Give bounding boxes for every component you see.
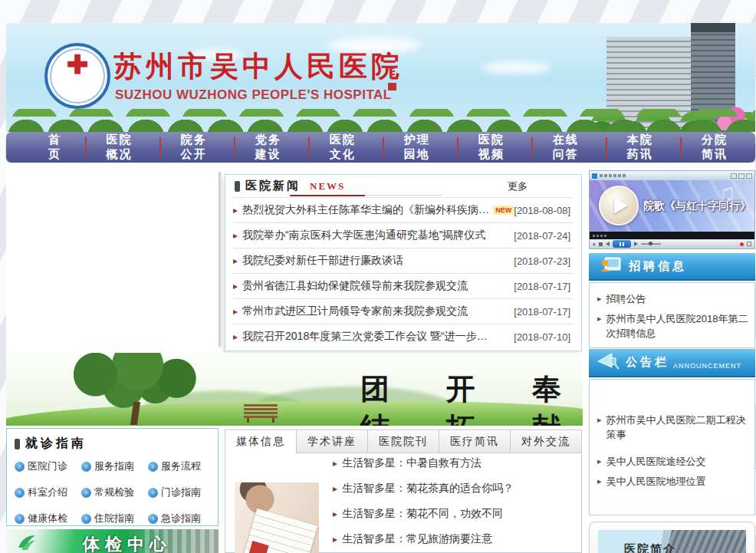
article-item[interactable]: 生活智多星：菊花茶真的适合你吗？ (333, 476, 574, 501)
minimize-icon[interactable] (731, 173, 737, 179)
divider-line (365, 195, 442, 196)
article-item-title[interactable]: 生活智多星：菊花茶真的适合你吗？ (342, 482, 514, 495)
guide-item-label[interactable]: 健康体检 (28, 512, 67, 525)
guide-item-label[interactable]: 急诊指南 (161, 512, 201, 525)
nav-item[interactable]: 院务公开 (160, 132, 235, 163)
nav-item[interactable]: 医院概况 (86, 132, 160, 163)
tab[interactable]: 学术讲座 (297, 430, 368, 453)
guide-item[interactable]: 健康体检 (15, 512, 81, 525)
recruit-item-title[interactable]: 苏州市吴中人民医院2018年第二次招聘信息 (606, 312, 748, 341)
article-item[interactable]: 生活智多星：常见旅游病要注意 (333, 526, 574, 551)
news-item[interactable]: 常州市武进区卫计局领导专家前来我院参观交流 NEW [2018-07-17] (233, 298, 574, 324)
previous-icon[interactable] (606, 242, 610, 246)
guide-item[interactable]: 常规检验 (81, 486, 148, 499)
recruit-list: 招聘公告 苏州市吴中人民医院2018年第二次招聘信息 (589, 282, 755, 348)
guide-item[interactable]: 服务流程 (148, 459, 215, 473)
article-item[interactable]: 生活智多星：菊花不同，功效不同 (333, 501, 574, 526)
announcement-item[interactable]: 吴中人民医院途经公交 (597, 455, 748, 469)
article-thumbnail-image[interactable] (235, 482, 319, 553)
fullscreen-icon[interactable] (747, 242, 751, 246)
news-item-title[interactable]: 我院召开2018年度第三次党委工作会议 暨“进一步解放思想 (242, 330, 497, 344)
news-item[interactable]: 贵州省德江县妇幼保健院领导前来我院参观交流 NEW [2018-07-17] (233, 273, 574, 298)
article-item-title[interactable]: 生活智多星：菊花不同，功效不同 (342, 507, 503, 521)
guide-item[interactable]: 急诊指南 (148, 512, 215, 525)
guide-item-label[interactable]: 住院指南 (94, 512, 134, 525)
guide-item-label[interactable]: 门诊指南 (161, 486, 201, 499)
cloud-decoration (482, 61, 551, 74)
next-icon[interactable] (634, 242, 638, 246)
news-item-date: [2018-07-17] (514, 281, 570, 292)
guide-item-label[interactable]: 医院门诊 (28, 459, 67, 473)
tab-label[interactable]: 学术讲座 (307, 435, 357, 449)
announcement-item-title[interactable]: 苏州市吴中人民医院二期工程决策事 (606, 413, 748, 443)
guide-item[interactable]: 医院门诊 (15, 459, 81, 473)
image-slider-placeholder (6, 167, 222, 351)
article-item[interactable]: 生活智多星：中暑自救有方法 (333, 450, 574, 476)
nav-item[interactable]: 党务建设 (235, 132, 309, 163)
announcement-item[interactable]: 吴中人民医院地理位置 (597, 475, 748, 489)
close-icon[interactable] (746, 173, 752, 179)
news-item-title[interactable]: 常州市武进区卫计局领导专家前来我院参观交流 (242, 304, 468, 318)
recruit-item[interactable]: 苏州市吴中人民医院2018年第二次招聘信息 (597, 312, 748, 341)
treeline-decoration (6, 109, 755, 132)
announcement-item[interactable]: 苏州市吴中人民医院二期工程决策事 (597, 413, 748, 443)
tab[interactable]: 对外交流 (511, 430, 581, 453)
arrow-bullet-icon (597, 293, 602, 307)
guide-item[interactable]: 门诊指南 (148, 486, 215, 499)
recruit-item[interactable]: 招聘公告 (597, 292, 748, 307)
article-item-title[interactable]: 生活智多星：中暑自救有方法 (342, 456, 482, 470)
checkup-center-banner[interactable]: 体检中心 (6, 529, 219, 553)
guide-item[interactable]: 住院指南 (81, 512, 148, 525)
tab-label[interactable]: 媒体信息 (236, 435, 285, 449)
news-item[interactable]: 我院召开2018年度第三次党委工作会议 暨“进一步解放思想 NEW [2018-… (233, 324, 574, 349)
guide-item[interactable]: 服务指南 (81, 459, 148, 473)
nav-item[interactable]: 本院药讯 (606, 132, 681, 163)
media-info-panel: 媒体信息 学术讲座 医院院刊 医疗简讯 对外交流 (225, 430, 582, 553)
intro-title: 医院简介 (624, 542, 676, 553)
tab-label[interactable]: 医院院刊 (379, 435, 428, 449)
play-button[interactable] (599, 186, 639, 225)
header-banner: ✚ 苏州市吴中人民医院 SUZHOU WUZHONG PEOPLE'S HOSP… (6, 23, 755, 132)
nav-item[interactable]: 分院简讯 (681, 132, 755, 163)
volume-slider[interactable] (641, 243, 661, 245)
megaphone-icon (597, 352, 621, 374)
news-more-link[interactable]: 更多 (508, 179, 528, 193)
nav-item[interactable]: 医院视频 (458, 132, 532, 163)
news-item-title[interactable]: 热烈祝贺大外科主任陈革华主编的《新编外科疾病诊断与治 (242, 203, 489, 217)
tab-label[interactable]: 对外交流 (521, 435, 570, 449)
news-item[interactable]: 我院举办“南京医科大学医患沟通研究基地”揭牌仪式 NEW [2018-07-24… (233, 222, 574, 248)
intro-building-image: 医院简介 (598, 530, 746, 553)
recruit-section-header: 招聘信息 (589, 253, 755, 281)
announcement-item-title[interactable]: 吴中人民医院地理位置 (606, 475, 706, 489)
news-item-title[interactable]: 我院举办“南京医科大学医患沟通研究基地”揭牌仪式 (242, 229, 485, 242)
pause-button[interactable] (613, 240, 631, 248)
nav-item[interactable]: 医院文化 (309, 132, 383, 163)
nav-item[interactable]: 护理园地 (383, 132, 458, 163)
menu-dropdown-icon[interactable] (593, 242, 596, 247)
announcement-item-title[interactable]: 吴中人民医院途经公交 (606, 455, 706, 469)
recruit-item-title[interactable]: 招聘公告 (606, 292, 646, 307)
news-item[interactable]: 热烈祝贺大外科主任陈革华主编的《新编外科疾病诊断与治 NEW [2018-08-… (233, 197, 574, 222)
guide-item[interactable]: 科室介绍 (15, 486, 81, 499)
hospital-homepage: ✚ 苏州市吴中人民医院 SUZHOU WUZHONG PEOPLE'S HOSP… (0, 0, 756, 553)
nav-item[interactable]: 首页 (28, 132, 86, 163)
news-item-title[interactable]: 贵州省德江县妇幼保健院领导前来我院参观交流 (242, 279, 468, 293)
nav-item[interactable]: 在线问答 (532, 132, 606, 163)
tab-label[interactable]: 医疗简讯 (450, 435, 499, 449)
hospital-intro-card[interactable]: 医院简介 (589, 522, 755, 553)
guide-item-label[interactable]: 服务指南 (94, 459, 134, 473)
circle-arrow-icon (148, 488, 158, 498)
guide-item-label[interactable]: 服务流程 (161, 459, 201, 473)
news-item-title[interactable]: 我院纪委对新任干部进行廉政谈话 (242, 254, 403, 268)
stop-icon[interactable] (599, 242, 603, 246)
news-item[interactable]: 我院纪委对新任干部进行廉政谈话 NEW [2018-07-23] (233, 248, 574, 273)
tab[interactable]: 医疗简讯 (439, 430, 511, 453)
article-item-title[interactable]: 生活智多星：常见旅游病要注意 (342, 532, 492, 546)
hospital-title-en: SUZHOU WUZHONG PEOPLE'S HOSPITAL (115, 87, 392, 103)
tab[interactable]: 媒体信息 (225, 430, 297, 453)
maximize-icon[interactable] (738, 173, 744, 179)
guide-item-label[interactable]: 科室介绍 (28, 486, 67, 499)
tab[interactable]: 医院院刊 (368, 430, 439, 453)
guide-item-label[interactable]: 常规检验 (94, 486, 134, 499)
record-icon[interactable] (740, 242, 744, 246)
